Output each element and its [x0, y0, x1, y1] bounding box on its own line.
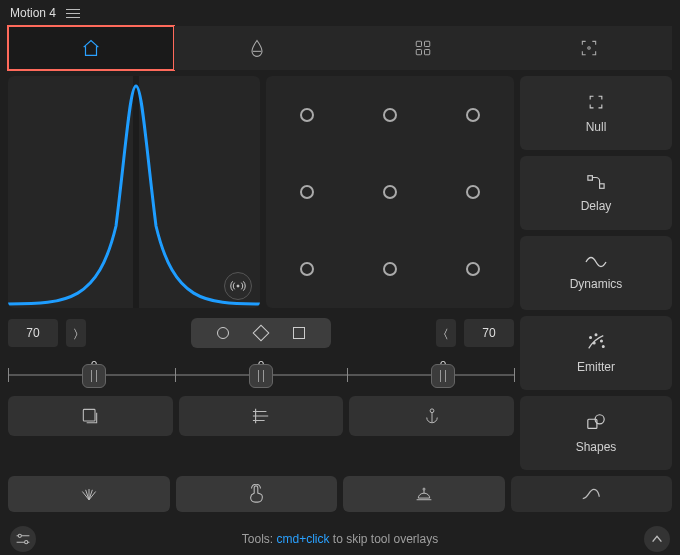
dynamics-icon [584, 255, 608, 269]
bell-icon [415, 485, 433, 503]
slider-a-handle[interactable] [82, 364, 106, 388]
footer-collapse-button[interactable] [644, 526, 670, 552]
anchor-mid-left[interactable] [300, 185, 314, 199]
svg-point-19 [18, 534, 21, 537]
slider-b-handle[interactable] [249, 364, 273, 388]
svg-point-20 [25, 541, 28, 544]
anchor-bot-left[interactable] [300, 262, 314, 276]
drop-icon [247, 38, 267, 58]
anchor-grid [266, 76, 514, 308]
null-icon [586, 92, 606, 112]
anchor-mid-right[interactable] [466, 185, 480, 199]
anchor-icon [423, 406, 441, 426]
footer-settings-button[interactable] [10, 526, 36, 552]
footer-prefix: Tools: [242, 532, 277, 546]
emitter-icon [585, 332, 607, 352]
svg-rect-2 [416, 50, 421, 55]
bottom-fan-button[interactable] [8, 476, 170, 512]
curve-icon [580, 486, 602, 502]
svg-point-6 [237, 285, 239, 287]
easing-curve [8, 76, 260, 308]
svg-rect-5 [133, 76, 139, 308]
bottom-bell-button[interactable] [343, 476, 505, 512]
tool-emitter[interactable]: Emitter [520, 316, 672, 390]
grid-icon [414, 39, 432, 57]
tool-dynamics[interactable]: Dynamics [520, 236, 672, 310]
action-row [8, 396, 514, 436]
main-area: 70 〉 〈 70 0 0 0 [0, 70, 680, 470]
footer-hint: Tools: cmd+click to skip tool overlays [46, 532, 634, 546]
anchor-top-left[interactable] [300, 108, 314, 122]
value-row: 70 〉 〈 70 [8, 314, 514, 352]
action-layer-button[interactable] [8, 396, 173, 436]
anchor-bot-center[interactable] [383, 262, 397, 276]
tab-drop[interactable] [174, 26, 340, 70]
tab-grid[interactable] [340, 26, 506, 70]
footer-kbd: cmd+click [276, 532, 329, 546]
step-right-button[interactable]: 〉 [66, 319, 86, 347]
step-left-button[interactable]: 〈 [436, 319, 456, 347]
broadcast-button[interactable] [224, 272, 252, 300]
svg-point-4 [588, 47, 591, 50]
bottom-curve-button[interactable] [511, 476, 673, 512]
svg-rect-9 [588, 176, 593, 181]
footer: Tools: cmd+click to skip tool overlays [0, 518, 680, 555]
slider-c-handle[interactable] [431, 364, 455, 388]
tool-dynamics-label: Dynamics [570, 277, 623, 291]
svg-point-8 [430, 409, 434, 413]
action-guide-button[interactable] [179, 396, 344, 436]
tool-delay[interactable]: Delay [520, 156, 672, 230]
slider-track[interactable]: 0 0 0 [8, 360, 514, 390]
top-tabs [0, 26, 680, 70]
guide-icon [250, 407, 272, 425]
tool-null-label: Null [586, 120, 607, 134]
layer-icon [80, 406, 100, 426]
tool-shapes[interactable]: Shapes [520, 396, 672, 470]
menu-icon[interactable] [66, 9, 80, 18]
svg-point-14 [601, 340, 603, 342]
fan-icon [79, 486, 99, 502]
broadcast-icon [230, 278, 246, 294]
svg-point-12 [595, 334, 597, 336]
action-anchor-button[interactable] [349, 396, 514, 436]
svg-rect-7 [84, 409, 96, 421]
delay-icon [585, 173, 607, 191]
anchor-top-center[interactable] [383, 108, 397, 122]
shape-diamond[interactable] [253, 325, 270, 342]
sliders-icon [15, 532, 31, 546]
anchor-bot-right[interactable] [466, 262, 480, 276]
tool-column: Null Delay Dynamics Emitter [520, 76, 672, 470]
svg-point-15 [602, 346, 604, 348]
tool-shapes-label: Shapes [576, 440, 617, 454]
tool-null[interactable]: Null [520, 76, 672, 150]
anchor-mid-center[interactable] [383, 185, 397, 199]
anchor-top-right[interactable] [466, 108, 480, 122]
home-icon [80, 37, 102, 59]
touch-icon [247, 484, 265, 504]
curve-preview[interactable] [8, 76, 260, 308]
bottom-touch-button[interactable] [176, 476, 338, 512]
svg-point-11 [590, 337, 592, 339]
tool-delay-label: Delay [581, 199, 612, 213]
footer-suffix: to skip tool overlays [329, 532, 438, 546]
shape-segmented [94, 318, 428, 348]
shape-square[interactable] [293, 327, 305, 339]
tab-focus[interactable] [506, 26, 672, 70]
svg-rect-1 [425, 41, 430, 46]
svg-point-18 [423, 488, 425, 490]
focus-icon [579, 38, 599, 58]
tool-emitter-label: Emitter [577, 360, 615, 374]
bottom-row [0, 470, 680, 512]
value-right[interactable]: 70 [464, 319, 514, 347]
shape-circle[interactable] [217, 327, 229, 339]
svg-rect-10 [600, 184, 605, 189]
svg-rect-0 [416, 41, 421, 46]
value-left[interactable]: 70 [8, 319, 58, 347]
titlebar: Motion 4 [0, 0, 680, 26]
tab-home[interactable] [8, 26, 174, 70]
svg-point-13 [593, 342, 595, 344]
app-title: Motion 4 [10, 6, 56, 20]
chevron-up-icon [650, 533, 664, 545]
svg-rect-3 [425, 50, 430, 55]
shapes-icon [585, 412, 607, 432]
